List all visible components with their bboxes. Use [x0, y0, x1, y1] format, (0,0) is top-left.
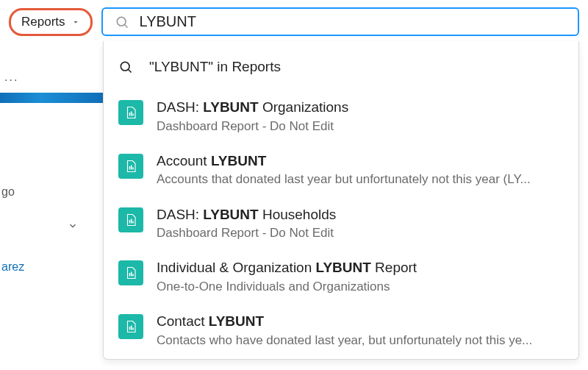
- result-subtitle: Contacts who have donated last year, but…: [157, 332, 564, 349]
- svg-line-1: [124, 24, 127, 27]
- search-result[interactable]: Account LYBUNT Accounts that donated las…: [104, 145, 578, 199]
- report-icon: [118, 100, 143, 125]
- svg-rect-4: [129, 113, 131, 116]
- result-subtitle: Dashboard Report - Do Not Edit: [157, 118, 564, 135]
- svg-rect-11: [131, 218, 132, 223]
- bg-cropped-text: ...: [4, 71, 18, 84]
- search-in-scope-row[interactable]: "LYBUNT" in Reports: [104, 41, 578, 91]
- result-text: Account LYBUNT Accounts that donated las…: [157, 152, 564, 188]
- result-subtitle: One-to-One Individuals and Organizations: [157, 279, 564, 295]
- bg-cropped-text: go: [1, 185, 15, 199]
- result-subtitle: Accounts that donated last year but unfo…: [157, 171, 564, 188]
- svg-rect-5: [131, 112, 132, 116]
- search-input[interactable]: [140, 13, 570, 30]
- chevron-down-icon: [68, 221, 78, 231]
- report-icon: [118, 207, 143, 232]
- search-icon: [118, 60, 133, 74]
- result-title: DASH: LYBUNT Organizations: [157, 99, 564, 117]
- svg-rect-14: [131, 272, 132, 277]
- svg-rect-7: [129, 166, 131, 170]
- result-text: DASH: LYBUNT Households Dashboard Report…: [157, 206, 564, 242]
- result-subtitle: Dashboard Report - Do Not Edit: [157, 225, 564, 241]
- svg-rect-15: [132, 274, 134, 277]
- scope-label: Reports: [21, 15, 65, 29]
- scope-selector[interactable]: Reports: [9, 8, 93, 36]
- search-result[interactable]: Individual & Organization LYBUNT Report …: [104, 252, 578, 305]
- caret-down-icon: [71, 18, 80, 26]
- svg-rect-18: [132, 328, 134, 330]
- svg-rect-8: [131, 165, 132, 169]
- svg-rect-9: [132, 167, 134, 169]
- result-title: Individual & Organization LYBUNT Report: [157, 259, 564, 277]
- search-icon: [115, 15, 129, 29]
- search-suggestions: "LYBUNT" in Reports DASH: LYBUNT Organiz…: [103, 41, 579, 360]
- report-icon: [118, 260, 143, 285]
- svg-rect-13: [129, 273, 131, 277]
- search-field-wrap[interactable]: [101, 7, 579, 36]
- svg-line-3: [129, 70, 132, 73]
- result-text: DASH: LYBUNT Organizations Dashboard Rep…: [157, 99, 564, 135]
- svg-rect-10: [129, 220, 131, 224]
- svg-rect-6: [132, 114, 134, 116]
- svg-rect-17: [131, 326, 132, 330]
- svg-rect-16: [129, 327, 131, 330]
- bg-decorative-band: [0, 93, 103, 103]
- result-title: Account LYBUNT: [157, 152, 564, 171]
- report-icon: [118, 314, 143, 339]
- svg-point-2: [121, 62, 129, 71]
- search-bar: Reports: [0, 0, 588, 42]
- result-title: Contact LYBUNT: [157, 313, 564, 331]
- svg-rect-12: [132, 221, 134, 223]
- result-text: Contact LYBUNT Contacts who have donated…: [157, 313, 564, 349]
- search-result[interactable]: DASH: LYBUNT Households Dashboard Report…: [104, 199, 578, 252]
- search-result[interactable]: DASH: LYBUNT Organizations Dashboard Rep…: [104, 91, 578, 145]
- report-icon: [118, 154, 143, 179]
- result-title: DASH: LYBUNT Households: [157, 206, 564, 224]
- svg-point-0: [117, 17, 126, 26]
- search-in-scope-text: "LYBUNT" in Reports: [149, 59, 281, 75]
- search-result[interactable]: Contact LYBUNT Contacts who have donated…: [104, 305, 578, 359]
- result-text: Individual & Organization LYBUNT Report …: [157, 259, 564, 295]
- bg-cropped-link: arez: [1, 260, 24, 274]
